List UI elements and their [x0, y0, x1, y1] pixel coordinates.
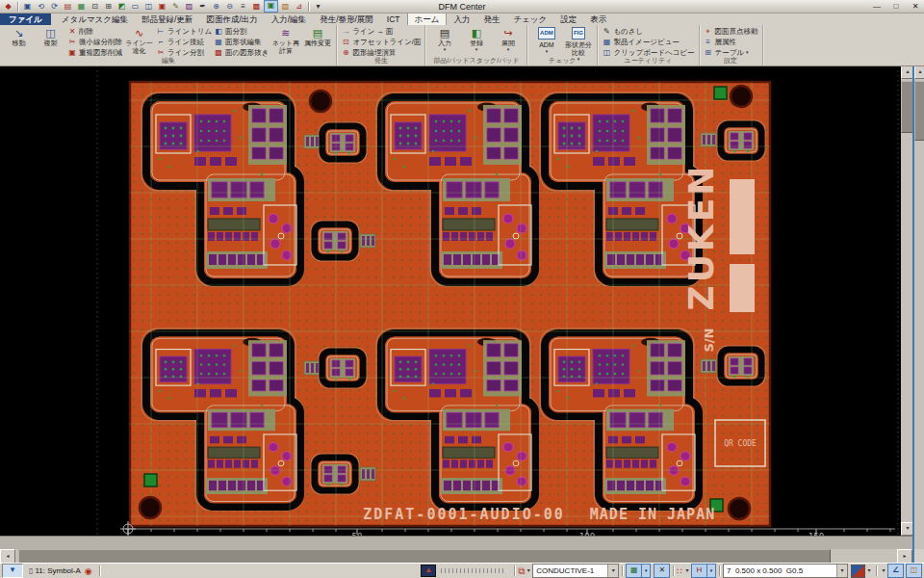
palette-button[interactable]: ▧	[279, 1, 292, 12]
tab-file[interactable]: ファイル	[0, 13, 51, 25]
minimize-button[interactable]: —	[871, 1, 883, 12]
zoom-slider[interactable]	[441, 566, 506, 575]
product-image-view-button[interactable]: ▦ 製品イメージビュー	[602, 37, 694, 47]
close-shape-toggle[interactable]: ✕	[654, 564, 670, 578]
parts-register-button[interactable]: ◧ 登録 ▾	[461, 26, 491, 52]
color-set-button[interactable]	[851, 565, 865, 578]
qat-overflow-button[interactable]: ▾	[312, 1, 324, 12]
drawing-origin-move-button[interactable]: ⌖ 図面原点移動	[704, 26, 758, 37]
tab-drawing-output[interactable]: 図面作成/出力	[199, 13, 264, 25]
zoom-out-button[interactable]: ⊖	[223, 1, 236, 12]
zoom-region-button[interactable]: ⊡	[89, 1, 101, 12]
move-button[interactable]: ↘ 移動	[4, 26, 34, 47]
measure-tool-button[interactable]: ✎ ものさし	[602, 26, 694, 37]
copy-image-button[interactable]: ◫	[906, 564, 922, 578]
save-button[interactable]: ▣	[21, 1, 34, 12]
delete-button[interactable]: ✕ 削除	[67, 26, 122, 37]
sheet-indicator[interactable]: 11: Symbol-A	[35, 566, 80, 575]
layer-attribute-button[interactable]: ≡ 層属性	[704, 37, 758, 47]
adm-check-button[interactable]: ADM ADM ▾	[531, 26, 561, 54]
color-set-caret[interactable]: ▾	[865, 565, 873, 577]
stitch-display-icon[interactable]: ∷	[677, 566, 683, 576]
check-mark-icon[interactable]: ◉	[85, 566, 92, 576]
vertical-scroll-track[interactable]	[901, 79, 912, 522]
close-button[interactable]: ✕	[910, 1, 921, 12]
tab-parts-register[interactable]: 部品登録/更新	[135, 13, 199, 25]
vertical-scroll-thumb[interactable]	[914, 81, 924, 141]
tab-check[interactable]: チェック	[506, 13, 553, 25]
zoom-scene-button[interactable]: ⊞	[102, 1, 115, 12]
net-recalculate-button[interactable]: ≋ ネット再計算	[270, 26, 300, 55]
area-shape-edit-button[interactable]: ▦ 面形状編集	[214, 37, 269, 47]
undo-button[interactable]: ⟲	[35, 1, 47, 12]
attribute-change-button[interactable]: ▤ 属性変更	[302, 26, 332, 47]
scroll-up-button[interactable]: ▴	[914, 66, 924, 79]
tab-generate-shape-expand[interactable]: 発生/整形/展開	[313, 13, 380, 25]
parts-input-button[interactable]: ▤ 入力 ▾	[429, 26, 459, 52]
tab-input[interactable]: 入力	[447, 13, 476, 25]
label-blank-area	[730, 264, 755, 312]
line-chain-button[interactable]: ∿ ライン一連化	[124, 26, 154, 55]
grid-check-button[interactable]: ▩	[250, 1, 263, 12]
measure-button[interactable]: ⊿	[293, 1, 305, 12]
product-image-view-icon: ▦	[602, 38, 611, 47]
display-button[interactable]: ▭	[129, 1, 141, 12]
design-canvas[interactable]: ZUKEN S/N QR CODE ZDFAT-0001-AUDIO-00 MA…	[0, 66, 901, 536]
vertical-scroll-track[interactable]	[914, 79, 924, 549]
layer-select[interactable]: CONDUCTIVE-1 ▾	[532, 564, 619, 578]
redo-button[interactable]: ⟳	[48, 1, 61, 12]
ribbon-tab-bar: ファイル メタルマスク編集 部品登録/更新 図面作成/出力 入力/編集 発生/整…	[0, 13, 924, 25]
offset-line-area-button[interactable]: ⊡ オフセットライン/面	[341, 37, 421, 47]
grid-edit-caret[interactable]: ▾	[642, 564, 651, 578]
layer-stack-caret[interactable]: ▾	[525, 565, 532, 577]
image-view-button[interactable]: ▨	[183, 1, 195, 12]
save-edit-button[interactable]: ▣	[156, 1, 168, 12]
pad-display-toggle[interactable]: H	[691, 564, 707, 578]
line-connect-button[interactable]: ⌐ ライン接続	[156, 37, 212, 47]
pad-display-caret[interactable]: ▾	[707, 564, 716, 578]
window-mode-button[interactable]: ▾	[2, 564, 23, 578]
attribute-change-icon: ▤	[309, 26, 325, 39]
pattern-button[interactable]: ▦	[75, 1, 88, 12]
angle-display-toggle[interactable]: ∠	[887, 564, 904, 578]
horizontal-scroll-track[interactable]	[15, 549, 897, 563]
pencil-button[interactable]: ✎	[169, 1, 182, 12]
line-trim-button[interactable]: ⊢ ライントリム	[156, 26, 212, 37]
tab-view[interactable]: 表示	[583, 13, 613, 25]
tab-settings[interactable]: 設定	[553, 13, 583, 25]
tab-metal-mask-edit[interactable]: メタルマスク編集	[55, 13, 135, 25]
tab-generate[interactable]: 発生	[476, 13, 506, 25]
zoom-in-button[interactable]: ⊕	[210, 1, 222, 12]
canvas-vertical-scrollbar[interactable]: ▴ ▾	[901, 66, 912, 536]
stitch-display-caret[interactable]: ▾	[683, 565, 691, 577]
dropdown-caret-icon: ▾	[746, 50, 749, 55]
color-grid-button[interactable]: ▤	[62, 1, 74, 12]
tab-ict[interactable]: ICT	[380, 13, 407, 25]
grid-select-arrow[interactable]: ▾	[836, 565, 847, 577]
grid-select[interactable]: 7 0.500 x 0.500 G0.5 ▾	[723, 564, 848, 578]
ribbon-group-utility: ✎ ものさし ▦ 製品イメージビュー ◫ クリップボードへコピー ユーティリティ	[598, 25, 699, 66]
verify-button[interactable]: ◩	[116, 1, 128, 12]
duplicate-button[interactable]: ◫ 複製	[36, 26, 65, 47]
window-vertical-scrollbar[interactable]: ▴ ▾	[914, 66, 924, 563]
grid-edit-toggle[interactable]: ▦	[626, 564, 642, 578]
tiny-segment-delete-button[interactable]: ✂ 微小線分削除	[67, 37, 122, 47]
move-icon: ↘	[11, 26, 27, 39]
pen-button[interactable]: ✒	[196, 1, 209, 12]
maximize-button[interactable]: □	[890, 1, 902, 12]
layer-stack-button[interactable]: ≡	[237, 1, 249, 12]
horizontal-scrollbar[interactable]: ◂ ▸	[0, 549, 912, 563]
layer-select-arrow[interactable]: ▾	[607, 565, 618, 577]
breakout-tab	[717, 346, 765, 386]
tab-home[interactable]: ホーム	[407, 13, 448, 25]
statusbar-overflow-button[interactable]: ▾	[880, 565, 887, 577]
active-view-button[interactable]: ▣	[264, 0, 278, 13]
serial-silkscreen: S/N	[702, 328, 716, 353]
area-split-button[interactable]: ◧ 面分割	[214, 26, 269, 37]
tab-input-edit[interactable]: 入力/編集	[265, 13, 313, 25]
line-to-area-button[interactable]: → ライン → 面	[341, 26, 421, 37]
preview-image-button[interactable]: ▲	[421, 565, 436, 577]
dual-display-button[interactable]: ◫	[142, 1, 155, 12]
parts-expand-button[interactable]: ↪ 展開 ▾	[493, 26, 523, 52]
layer-stack-icon[interactable]: ⧉	[518, 565, 525, 577]
